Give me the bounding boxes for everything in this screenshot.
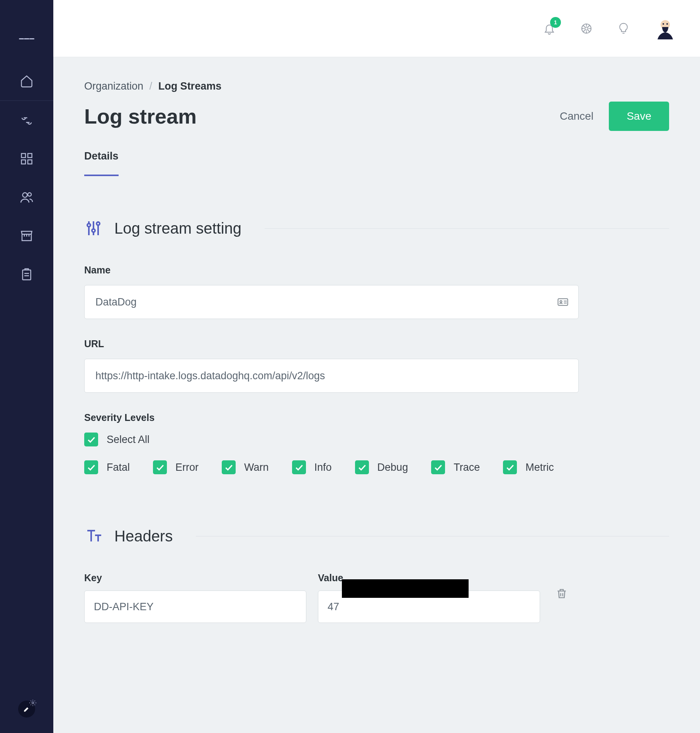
svg-point-5 xyxy=(28,193,31,196)
svg-point-13 xyxy=(666,23,668,25)
users-icon[interactable] xyxy=(19,190,34,205)
sidebar-divider xyxy=(0,100,53,101)
level-label: Error xyxy=(175,462,199,473)
menu-toggle-icon[interactable] xyxy=(19,31,34,46)
svg-rect-20 xyxy=(558,299,568,305)
section-headers-title: Headers xyxy=(114,528,173,545)
severity-checkboxes: Fatal Error Warn Info Debug Trace Metric xyxy=(84,460,669,488)
section-settings-head: Log stream setting xyxy=(84,219,669,238)
level-label: Trace xyxy=(454,462,480,473)
header-key-input[interactable] xyxy=(84,590,306,623)
cancel-button[interactable]: Cancel xyxy=(560,110,593,122)
svg-point-7 xyxy=(32,702,34,704)
svg-rect-6 xyxy=(23,270,31,280)
page-actions: Cancel Save xyxy=(560,102,669,131)
svg-rect-0 xyxy=(22,154,26,158)
header-row: Key Value xyxy=(84,572,669,623)
tab-details[interactable]: Details xyxy=(84,150,119,176)
level-label: Info xyxy=(314,462,332,473)
level-warn: Warn xyxy=(222,460,269,474)
connections-icon[interactable] xyxy=(19,112,34,128)
svg-point-17 xyxy=(87,224,90,227)
checkbox-warn[interactable] xyxy=(222,460,236,474)
avatar[interactable] xyxy=(654,17,677,40)
topbar: 1 xyxy=(53,0,700,57)
sliders-icon xyxy=(84,219,103,238)
checkbox-fatal[interactable] xyxy=(84,460,98,474)
severity-label: Severity Levels xyxy=(84,412,669,423)
svg-rect-2 xyxy=(22,160,26,164)
level-label: Fatal xyxy=(107,462,130,473)
level-metric: Metric xyxy=(503,460,554,474)
notification-badge: 1 xyxy=(550,17,561,28)
name-label: Name xyxy=(84,265,669,276)
svg-point-21 xyxy=(560,300,562,302)
header-key-label: Key xyxy=(84,572,306,584)
svg-rect-1 xyxy=(28,154,32,158)
notifications-icon[interactable]: 1 xyxy=(542,22,556,36)
breadcrumb-current: Log Streams xyxy=(158,80,222,92)
level-label: Warn xyxy=(244,462,269,473)
store-icon[interactable] xyxy=(19,228,34,244)
name-input[interactable] xyxy=(84,285,579,319)
checkbox-info[interactable] xyxy=(292,460,306,474)
checkbox-debug[interactable] xyxy=(355,460,369,474)
url-label: URL xyxy=(84,338,669,350)
masked-value xyxy=(342,579,469,598)
level-info: Info xyxy=(292,460,332,474)
breadcrumb-parent[interactable]: Organization xyxy=(84,80,143,92)
level-fatal: Fatal xyxy=(84,460,130,474)
select-all-row: Select All xyxy=(84,433,669,446)
url-input[interactable] xyxy=(84,359,579,393)
settings-bubble[interactable] xyxy=(18,701,35,718)
delete-header-icon[interactable] xyxy=(556,587,568,600)
svg-point-12 xyxy=(663,23,664,25)
tabs: Details xyxy=(84,150,669,176)
select-all-checkbox[interactable] xyxy=(84,433,98,446)
clipboard-icon[interactable] xyxy=(19,267,34,282)
breadcrumb-sep: / xyxy=(150,80,153,92)
help-icon[interactable] xyxy=(617,22,630,36)
checkbox-error[interactable] xyxy=(153,460,167,474)
apps-icon[interactable] xyxy=(19,151,34,166)
id-card-icon xyxy=(557,296,569,308)
level-label: Metric xyxy=(525,462,554,473)
text-icon xyxy=(84,527,103,545)
svg-point-18 xyxy=(92,229,95,232)
level-trace: Trace xyxy=(431,460,480,474)
breadcrumb: Organization / Log Streams xyxy=(84,80,669,92)
svg-rect-3 xyxy=(28,160,32,164)
content: Organization / Log Streams Log stream Ca… xyxy=(53,57,700,658)
main: 1 Organization / Log Streams Log stream xyxy=(53,0,700,733)
svg-point-9 xyxy=(585,27,588,30)
level-error: Error xyxy=(153,460,199,474)
select-all-label: Select All xyxy=(107,434,150,446)
page-title: Log stream xyxy=(84,104,197,128)
page-head: Log stream Cancel Save xyxy=(84,102,669,131)
sidebar xyxy=(0,0,53,733)
section-settings-title: Log stream setting xyxy=(114,220,241,237)
settings-icon[interactable] xyxy=(579,22,593,36)
level-debug: Debug xyxy=(355,460,408,474)
section-divider xyxy=(265,228,669,229)
checkbox-metric[interactable] xyxy=(503,460,517,474)
save-button[interactable]: Save xyxy=(609,102,669,131)
section-divider xyxy=(196,536,669,536)
level-label: Debug xyxy=(377,462,408,473)
svg-point-4 xyxy=(23,193,27,197)
checkbox-trace[interactable] xyxy=(431,460,445,474)
home-icon[interactable] xyxy=(19,73,34,89)
svg-point-19 xyxy=(97,222,100,225)
section-headers-head: Headers xyxy=(84,527,669,545)
